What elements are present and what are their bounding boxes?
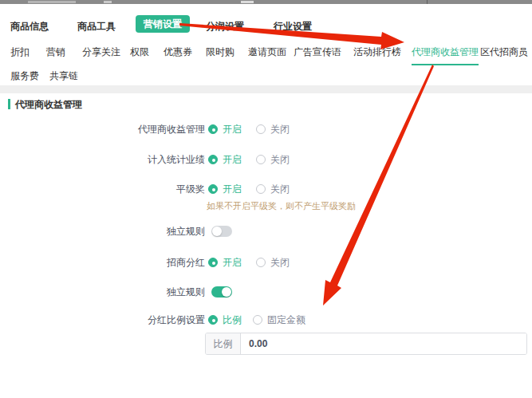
subtab-agent-income-management[interactable]: 代理商收益管理 bbox=[412, 45, 479, 65]
radio-group-count-performance: 开启 关闭 bbox=[208, 153, 290, 166]
radio-label-off[interactable]: 关闭 bbox=[270, 153, 290, 167]
field-label-peer-bonus: 平级奖 bbox=[176, 183, 205, 196]
radio-group-dividend-ratio: 比例 固定金额 bbox=[208, 313, 305, 326]
subtab-activity-ranking[interactable]: 活动排行榜 bbox=[353, 45, 401, 59]
subtab-ad-slogan[interactable]: 广告宣传语 bbox=[294, 45, 341, 59]
radio-label-on[interactable]: 开启 bbox=[223, 183, 242, 196]
subtab-invite-page[interactable]: 邀请页面 bbox=[248, 45, 286, 59]
tab-marketing-settings[interactable]: 营销设置 bbox=[136, 15, 190, 33]
radio-label-on[interactable]: 开启 bbox=[223, 256, 242, 270]
radio-label-off[interactable]: 关闭 bbox=[270, 183, 290, 196]
radio-on-selected[interactable] bbox=[208, 124, 218, 134]
subtab-discount[interactable]: 折扣 bbox=[10, 45, 30, 59]
radio-group-agent-income: 开启 关闭 bbox=[208, 123, 290, 136]
radio-off[interactable] bbox=[256, 124, 266, 134]
chrome-fragment bbox=[427, 0, 428, 4]
subtab-share-follow[interactable]: 分享关注 bbox=[82, 45, 120, 59]
subtab-coupons[interactable]: 优惠券 bbox=[164, 45, 192, 59]
red-arrow-to-ratio-section bbox=[323, 65, 434, 305]
peer-bonus-hint: 如果不开启平级奖，则不产生平级奖励 bbox=[207, 200, 356, 212]
tab-profit-settings[interactable]: 分润设置 bbox=[206, 20, 244, 33]
chrome-fragment bbox=[28, 1, 76, 3]
field-label-dividend-ratio-setting: 分红比例设置 bbox=[148, 313, 205, 327]
ratio-input[interactable] bbox=[241, 333, 526, 354]
switch-row-independent-rule-1 bbox=[211, 225, 232, 238]
field-label-independent-rule-2: 独立规则 bbox=[167, 286, 205, 299]
radio-group-recruit-dividend: 开启 关闭 bbox=[208, 256, 290, 269]
radio-on-selected[interactable] bbox=[208, 184, 218, 194]
card-separator bbox=[0, 85, 532, 93]
tab-product-tools[interactable]: 商品工具 bbox=[77, 20, 116, 33]
ratio-input-prefix: 比例 bbox=[206, 333, 241, 354]
field-label-recruit-dividend: 招商分红 bbox=[167, 256, 205, 270]
ratio-input-group: 比例 bbox=[205, 333, 527, 355]
chrome-fragment bbox=[241, 1, 254, 3]
radio-group-peer-bonus: 开启 关闭 bbox=[208, 183, 290, 195]
toggle-independent-rule-off[interactable] bbox=[211, 226, 232, 237]
field-label-agent-income: 代理商收益管理 bbox=[138, 123, 205, 136]
subtab-marketing[interactable]: 营销 bbox=[46, 45, 65, 59]
toggle-independent-rule-on[interactable] bbox=[211, 286, 232, 298]
subtab-district-agent-recruiter[interactable]: 区代招商员 bbox=[480, 45, 528, 59]
radio-on-selected[interactable] bbox=[208, 155, 218, 164]
subtab-flash-sale[interactable]: 限时购 bbox=[206, 45, 234, 59]
field-label-count-performance: 计入统计业绩 bbox=[148, 153, 205, 167]
radio-label-on[interactable]: 开启 bbox=[223, 123, 242, 136]
section-accent-bar bbox=[8, 99, 10, 109]
radio-on-selected[interactable] bbox=[208, 258, 218, 267]
radio-label-on[interactable]: 开启 bbox=[223, 153, 242, 167]
page: 商品信息 商品工具 营销设置 分润设置 行业设置 折扣 营销 分享关注 权限 优… bbox=[0, 0, 532, 398]
subtab-service-fee[interactable]: 服务费 bbox=[10, 69, 39, 83]
radio-ratio-selected[interactable] bbox=[208, 315, 218, 325]
radio-off[interactable] bbox=[256, 184, 266, 194]
radio-off[interactable] bbox=[256, 258, 266, 267]
radio-label-off[interactable]: 关闭 bbox=[270, 123, 290, 136]
radio-fixed-amount[interactable] bbox=[253, 315, 262, 325]
section-title: 代理商收益管理 bbox=[15, 98, 82, 112]
tab-industry-settings[interactable]: 行业设置 bbox=[274, 20, 312, 33]
browser-chrome-strip bbox=[0, 0, 532, 4]
chrome-fragment bbox=[104, 1, 112, 3]
switch-row-independent-rule-2 bbox=[211, 286, 232, 298]
tab-product-info[interactable]: 商品信息 bbox=[10, 20, 49, 33]
radio-label-ratio[interactable]: 比例 bbox=[223, 313, 242, 327]
subtab-share-chain[interactable]: 共享链 bbox=[49, 69, 78, 83]
radio-label-fixed-amount[interactable]: 固定金额 bbox=[267, 313, 305, 327]
field-label-independent-rule-1: 独立规则 bbox=[167, 225, 205, 238]
subtab-permissions[interactable]: 权限 bbox=[130, 45, 149, 59]
radio-label-off[interactable]: 关闭 bbox=[270, 256, 290, 270]
radio-off[interactable] bbox=[256, 155, 266, 164]
